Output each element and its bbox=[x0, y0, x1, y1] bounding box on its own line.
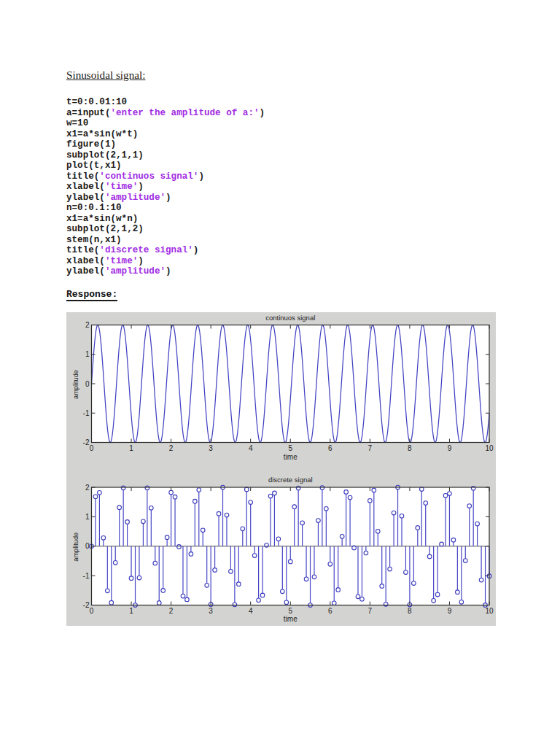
svg-text:7: 7 bbox=[368, 607, 373, 615]
svg-text:-1: -1 bbox=[83, 409, 90, 417]
svg-text:10: 10 bbox=[485, 607, 494, 615]
svg-text:continuos signal: continuos signal bbox=[265, 314, 315, 322]
svg-text:10: 10 bbox=[485, 444, 494, 452]
svg-text:0: 0 bbox=[85, 542, 90, 550]
svg-text:discrete signal: discrete signal bbox=[268, 476, 313, 484]
svg-text:6: 6 bbox=[328, 444, 332, 452]
svg-text:0: 0 bbox=[85, 380, 90, 388]
svg-text:9: 9 bbox=[448, 607, 452, 615]
svg-text:0: 0 bbox=[90, 607, 94, 615]
svg-text:5: 5 bbox=[288, 607, 292, 615]
svg-text:8: 8 bbox=[408, 444, 412, 452]
svg-text:8: 8 bbox=[408, 607, 412, 615]
svg-text:-2: -2 bbox=[83, 438, 90, 446]
svg-text:amplitude: amplitude bbox=[72, 370, 79, 399]
svg-text:1: 1 bbox=[85, 513, 90, 521]
svg-text:9: 9 bbox=[448, 444, 452, 452]
svg-text:2: 2 bbox=[85, 321, 90, 329]
svg-text:5: 5 bbox=[288, 444, 292, 452]
svg-text:3: 3 bbox=[209, 444, 213, 452]
svg-text:6: 6 bbox=[328, 607, 332, 615]
svg-text:amplitude: amplitude bbox=[72, 533, 79, 562]
svg-text:0: 0 bbox=[90, 444, 94, 452]
svg-text:2: 2 bbox=[169, 607, 174, 615]
svg-text:2: 2 bbox=[169, 444, 174, 452]
svg-text:time: time bbox=[284, 615, 298, 623]
svg-text:3: 3 bbox=[209, 607, 213, 615]
svg-text:7: 7 bbox=[368, 444, 373, 452]
svg-text:4: 4 bbox=[249, 607, 253, 615]
svg-text:1: 1 bbox=[129, 444, 133, 452]
svg-text:-2: -2 bbox=[83, 601, 90, 609]
svg-text:1: 1 bbox=[85, 350, 90, 358]
svg-text:1: 1 bbox=[129, 607, 133, 615]
svg-text:4: 4 bbox=[249, 444, 253, 452]
svg-text:time: time bbox=[284, 453, 298, 461]
svg-text:2: 2 bbox=[85, 484, 90, 492]
svg-text:-1: -1 bbox=[83, 572, 90, 580]
